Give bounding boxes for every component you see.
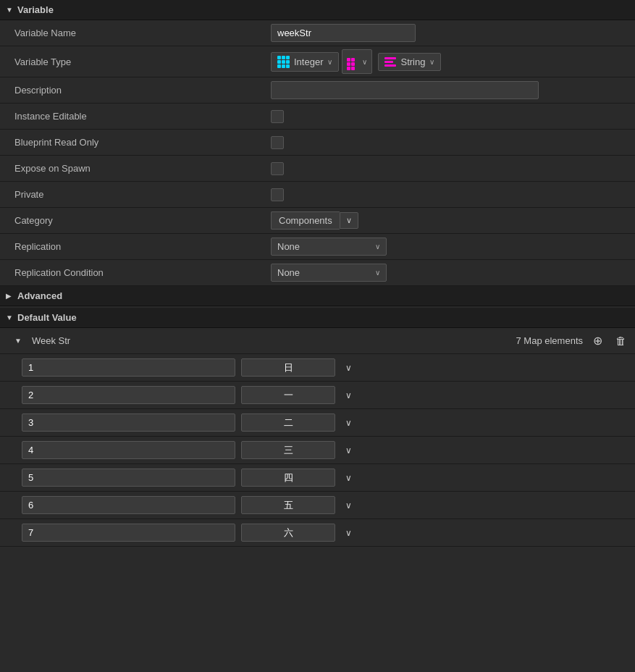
string-label: String xyxy=(400,56,425,67)
advanced-chevron: ▶ xyxy=(6,292,13,300)
map-item-row: ∨ xyxy=(0,519,635,547)
week-str-label: Week Str xyxy=(32,335,509,346)
category-value: Components ∨ xyxy=(268,210,635,231)
variable-type-value: Integer ∨ xyxy=(268,48,635,75)
replication-value: None ∨ xyxy=(268,236,635,257)
map-item-row: ∨ xyxy=(0,409,635,437)
map-value-input[interactable] xyxy=(241,413,335,432)
variable-name-label: Variable Name xyxy=(0,28,268,38)
integer-dropdown-arrow: ∨ xyxy=(327,58,332,66)
integer-icon xyxy=(277,56,290,68)
description-label: Description xyxy=(0,85,268,96)
category-text-button[interactable]: Components xyxy=(271,211,340,230)
map-item-row: ∨ xyxy=(0,354,635,382)
map-item-expand-button[interactable]: ∨ xyxy=(341,470,356,486)
variable-chevron: ▼ xyxy=(6,6,13,14)
map-key-input[interactable] xyxy=(22,524,235,542)
private-value xyxy=(268,187,635,203)
map-elements-count: 7 Map elements xyxy=(516,335,584,346)
replication-condition-selected: None xyxy=(277,267,300,278)
replication-row: Replication None ∨ xyxy=(0,234,635,260)
replication-label: Replication xyxy=(0,241,268,252)
string-icon xyxy=(384,57,396,67)
variable-name-input[interactable] xyxy=(271,24,416,42)
map-value-input[interactable] xyxy=(241,524,335,542)
week-str-chevron: ▼ xyxy=(14,337,22,345)
map-value-input[interactable] xyxy=(241,358,335,377)
map-key-input[interactable] xyxy=(22,386,235,404)
variable-type-row: Variable Type Integer ∨ xyxy=(0,46,635,77)
description-row: Description xyxy=(0,77,635,104)
map-item-expand-button[interactable]: ∨ xyxy=(341,525,356,541)
integer-label: Integer xyxy=(294,56,323,67)
replication-condition-dropdown[interactable]: None ∨ xyxy=(271,264,387,282)
string-dropdown-arrow: ∨ xyxy=(429,58,434,66)
expose-on-spawn-checkbox[interactable] xyxy=(271,162,284,175)
array-dropdown-arrow: ∨ xyxy=(362,58,367,66)
map-key-input[interactable] xyxy=(22,496,235,514)
instance-editable-row: Instance Editable xyxy=(0,104,635,130)
variable-name-value xyxy=(268,22,635,43)
category-arrow-button[interactable]: ∨ xyxy=(340,212,358,229)
map-item-expand-button[interactable]: ∨ xyxy=(341,442,356,458)
expose-on-spawn-row: Expose on Spawn xyxy=(0,156,635,182)
map-item-expand-button[interactable]: ∨ xyxy=(341,415,356,431)
category-container: Components ∨ xyxy=(271,211,358,230)
add-element-button[interactable]: ⊕ xyxy=(590,332,605,349)
delete-element-button[interactable]: 🗑 xyxy=(613,333,629,348)
instance-editable-label: Instance Editable xyxy=(0,111,268,122)
instance-editable-value xyxy=(268,109,635,125)
private-checkbox[interactable] xyxy=(271,188,284,201)
map-key-input[interactable] xyxy=(22,413,235,432)
default-value-section-header[interactable]: ▼ Default Value xyxy=(0,308,635,328)
variable-section-title: Variable xyxy=(17,4,54,15)
map-value-input[interactable] xyxy=(241,469,335,487)
map-item-expand-button[interactable]: ∨ xyxy=(341,497,356,513)
expose-on-spawn-value xyxy=(268,161,635,177)
replication-arrow: ∨ xyxy=(375,243,380,251)
blueprint-read-only-label: Blueprint Read Only xyxy=(0,137,268,148)
description-value xyxy=(268,80,635,101)
week-str-row: ▼ Week Str 7 Map elements ⊕ 🗑 xyxy=(0,328,635,354)
map-value-input[interactable] xyxy=(241,441,335,459)
blueprint-read-only-checkbox[interactable] xyxy=(271,136,284,149)
replication-condition-arrow: ∨ xyxy=(375,269,380,277)
map-value-input[interactable] xyxy=(241,386,335,404)
blueprint-read-only-row: Blueprint Read Only xyxy=(0,130,635,156)
map-value-input[interactable] xyxy=(241,496,335,514)
replication-selected: None xyxy=(277,241,300,252)
map-items-container: ∨ ∨ ∨ ∨ ∨ ∨ ∨ xyxy=(0,354,635,547)
description-input[interactable] xyxy=(271,81,539,99)
map-key-input[interactable] xyxy=(22,358,235,377)
map-item-row: ∨ xyxy=(0,437,635,464)
category-row: Category Components ∨ xyxy=(0,208,635,234)
map-item-row: ∨ xyxy=(0,464,635,492)
blueprint-read-only-value xyxy=(268,135,635,151)
map-key-input[interactable] xyxy=(22,469,235,487)
replication-condition-label: Replication Condition xyxy=(0,267,268,278)
string-type-button[interactable]: String ∨ xyxy=(378,53,441,71)
map-item-expand-button[interactable]: ∨ xyxy=(341,387,356,403)
default-value-section-title: Default Value xyxy=(17,312,77,323)
variable-name-row: Variable Name xyxy=(0,20,635,46)
advanced-section-title: Advanced xyxy=(17,290,62,301)
map-item-row: ∨ xyxy=(0,382,635,409)
variable-section-header[interactable]: ▼ Variable xyxy=(0,0,635,20)
map-item-expand-button[interactable]: ∨ xyxy=(341,360,356,376)
category-label: Category xyxy=(0,215,268,226)
private-label: Private xyxy=(0,189,268,200)
replication-dropdown[interactable]: None ∨ xyxy=(271,238,387,256)
expose-on-spawn-label: Expose on Spawn xyxy=(0,163,268,174)
array-icon xyxy=(347,53,358,70)
type-container: Integer ∨ xyxy=(271,49,441,74)
replication-condition-row: Replication Condition None ∨ xyxy=(0,260,635,286)
map-key-input[interactable] xyxy=(22,441,235,459)
default-value-chevron: ▼ xyxy=(6,314,13,322)
variable-type-label: Variable Type xyxy=(0,56,268,67)
replication-condition-value: None ∨ xyxy=(268,262,635,283)
array-type-button[interactable]: ∨ xyxy=(342,49,372,74)
private-row: Private xyxy=(0,182,635,208)
advanced-section-header[interactable]: ▶ Advanced xyxy=(0,286,635,306)
instance-editable-checkbox[interactable] xyxy=(271,110,284,123)
integer-type-button[interactable]: Integer ∨ xyxy=(271,52,339,72)
